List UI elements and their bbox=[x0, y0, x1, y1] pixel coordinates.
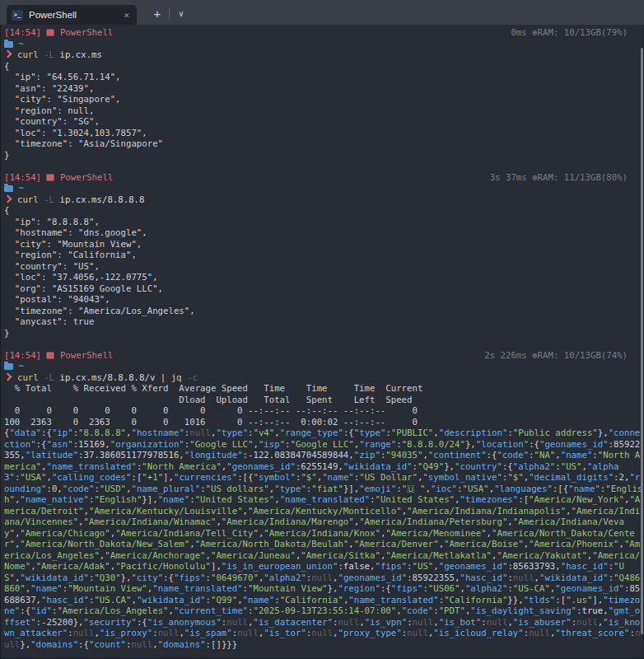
folder-icon bbox=[4, 41, 13, 48]
jq-json-output: {"data":{"ip":"8.8.8.8","hostname":null,… bbox=[4, 428, 643, 650]
prompt-shell-name: PowerShell bbox=[60, 350, 113, 361]
prompt-header: [14:54] PowerShell3s 37ms ⊕RAM: 11/13GB(… bbox=[4, 172, 644, 184]
prompt-chevron-icon bbox=[4, 194, 12, 203]
command-program: curl bbox=[17, 194, 39, 205]
terminal-content[interactable]: [14:54] PowerShell0ms ⊕RAM: 10/13GB(79%)… bbox=[0, 25, 644, 659]
tabbar-divider bbox=[169, 8, 170, 20]
folder-icon bbox=[4, 185, 13, 192]
command-flag: -L bbox=[44, 49, 54, 60]
prompt-chevron-icon bbox=[4, 372, 12, 381]
command-program: curl bbox=[17, 372, 39, 383]
command-block-3: [14:54] PowerShell2s 226ms ⊕RAM: 10/13GB… bbox=[4, 350, 644, 651]
command-flag-2: -c bbox=[187, 372, 198, 383]
tab-bar: >_ PowerShell × + ∨ bbox=[0, 0, 644, 25]
command-arg: ip.cx.ms/8.8.8.8 bbox=[60, 194, 145, 205]
ram-usage: RAM: 11/13GB(80%) bbox=[538, 172, 628, 183]
tab-dropdown-button[interactable]: ∨ bbox=[173, 6, 189, 22]
command-arg: ip.cx.ms bbox=[60, 49, 102, 60]
current-dir: ~ bbox=[18, 361, 23, 372]
command-program: curl bbox=[17, 49, 39, 60]
command-output: { "ip": "64.56.71.14", "asn": "22439", "… bbox=[4, 61, 644, 161]
scrollbar-thumb[interactable] bbox=[641, 48, 643, 634]
curl-progress-table: % Total % Received % Xferd Average Speed… bbox=[4, 383, 644, 428]
powershell-tab-icon: >_ bbox=[12, 10, 23, 21]
command-program-2: jq bbox=[171, 372, 182, 383]
command-output: { "ip": "8.8.8.8", "hostname": "dns.goog… bbox=[4, 205, 644, 339]
powershell-badge-icon bbox=[46, 352, 54, 359]
blank-line bbox=[4, 339, 644, 350]
prompt-shell-name: PowerShell bbox=[60, 27, 113, 38]
command-line: curl -L ip.cx.ms/8.8.8.8/v | jq -c bbox=[4, 372, 644, 384]
prompt-time: [14:54] bbox=[4, 172, 41, 183]
ram-usage: RAM: 10/13GB(74%) bbox=[538, 350, 628, 361]
current-dir: ~ bbox=[18, 183, 23, 194]
scrollbar[interactable] bbox=[639, 25, 644, 659]
powershell-badge-icon bbox=[46, 29, 54, 36]
prompt-time: [14:54] bbox=[4, 27, 41, 38]
command-flag: -L bbox=[44, 194, 54, 205]
tab-title: PowerShell bbox=[29, 10, 121, 20]
prompt-chevron-icon bbox=[4, 50, 12, 58]
tab-powershell[interactable]: >_ PowerShell × bbox=[7, 5, 137, 25]
command-flag: -L bbox=[44, 372, 54, 383]
new-tab-button[interactable]: + bbox=[148, 5, 166, 23]
command-arg: ip.cx.ms/8.8.8.8/v bbox=[60, 372, 156, 383]
blank-line bbox=[4, 161, 644, 172]
powershell-badge-icon bbox=[46, 174, 54, 181]
status-right: 0ms ⊕RAM: 10/13GB(79%) bbox=[511, 27, 628, 39]
command-block-1: [14:54] PowerShell0ms ⊕RAM: 10/13GB(79%)… bbox=[4, 27, 644, 172]
command-block-2: [14:54] PowerShell3s 37ms ⊕RAM: 11/13GB(… bbox=[4, 172, 644, 350]
prompt-header: [14:54] PowerShell2s 226ms ⊕RAM: 10/13GB… bbox=[4, 350, 644, 362]
pipe-operator: | bbox=[161, 372, 166, 383]
prompt-header: [14:54] PowerShell0ms ⊕RAM: 10/13GB(79%) bbox=[4, 27, 644, 39]
duration: 2s 226ms bbox=[484, 350, 526, 361]
command-line: curl -L ip.cx.ms bbox=[4, 49, 644, 61]
prompt-time: [14:54] bbox=[4, 350, 41, 361]
duration: 0ms bbox=[511, 27, 526, 38]
close-tab-icon[interactable]: × bbox=[121, 9, 132, 21]
status-right: 3s 37ms ⊕RAM: 11/13GB(80%) bbox=[490, 172, 628, 184]
status-right: 2s 226ms ⊕RAM: 10/13GB(74%) bbox=[484, 350, 628, 362]
current-dir: ~ bbox=[18, 39, 23, 49]
folder-icon bbox=[4, 363, 13, 370]
ram-usage: RAM: 10/13GB(79%) bbox=[538, 27, 628, 38]
prompt-shell-name: PowerShell bbox=[60, 172, 113, 183]
duration: 3s 37ms bbox=[490, 172, 527, 183]
prompt-dir: ~ bbox=[4, 183, 644, 194]
terminal-window: >_ PowerShell × + ∨ [14:54] PowerShell0m… bbox=[0, 0, 644, 659]
prompt-dir: ~ bbox=[4, 39, 644, 50]
command-line: curl -L ip.cx.ms/8.8.8.8 bbox=[4, 194, 644, 206]
prompt-dir: ~ bbox=[4, 361, 644, 372]
